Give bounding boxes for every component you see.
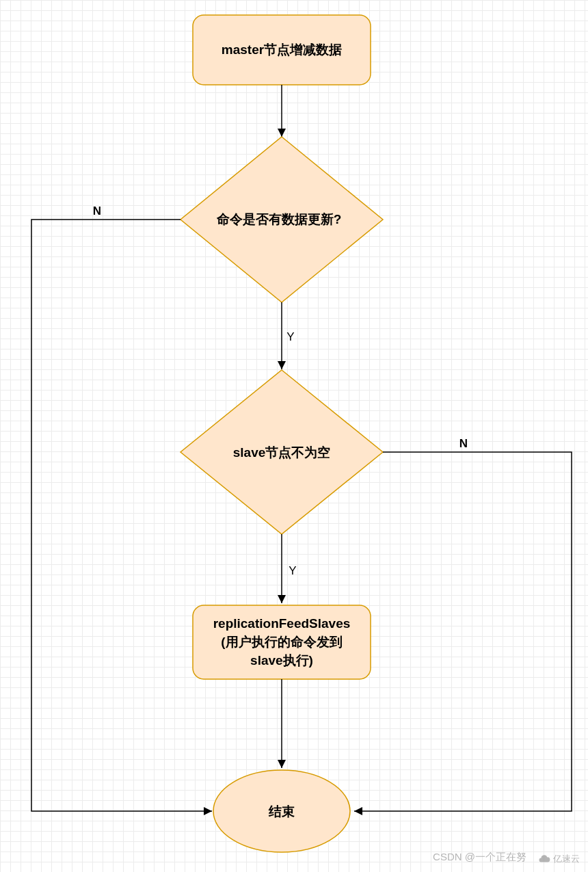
- cloud-icon: [538, 853, 550, 865]
- edge-d2-yes-label: Y: [289, 564, 296, 577]
- node-decision2-text: slave节点不为空: [233, 445, 331, 460]
- node-process2-line2: (用户执行的命令发到: [221, 635, 342, 649]
- watermark-yisu: 亿速云: [538, 853, 580, 865]
- edge-d1-no-label: N: [93, 204, 101, 217]
- watermark-yisu-text: 亿速云: [553, 853, 580, 865]
- node-end-text: 结束: [268, 804, 295, 819]
- edge-d2-no: [354, 452, 572, 811]
- node-start-text: master节点增减数据: [222, 42, 342, 57]
- edge-d1-no: [31, 220, 212, 811]
- edge-d2-no-label: N: [459, 437, 468, 450]
- edge-d1-yes-label: Y: [286, 330, 294, 343]
- node-process2-line1: replicationFeedSlaves: [213, 616, 351, 631]
- flowchart-canvas: master节点增减数据 命令是否有数据更新? N Y slave节点不为空 N…: [0, 0, 588, 872]
- node-process2-line3: slave执行): [250, 653, 313, 668]
- watermark-csdn: CSDN @一个正在努: [433, 851, 526, 864]
- node-decision1-text: 命令是否有数据更新?: [216, 212, 342, 226]
